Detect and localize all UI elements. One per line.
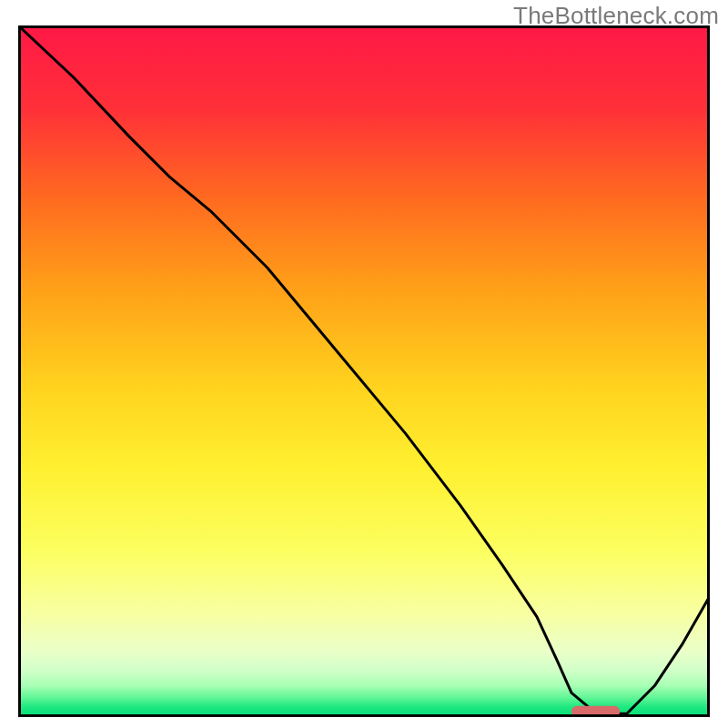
chart-root: TheBottleneck.com <box>0 0 728 728</box>
watermark-text: TheBottleneck.com <box>513 2 719 30</box>
chart-canvas <box>18 25 710 717</box>
plot-area <box>18 25 710 717</box>
